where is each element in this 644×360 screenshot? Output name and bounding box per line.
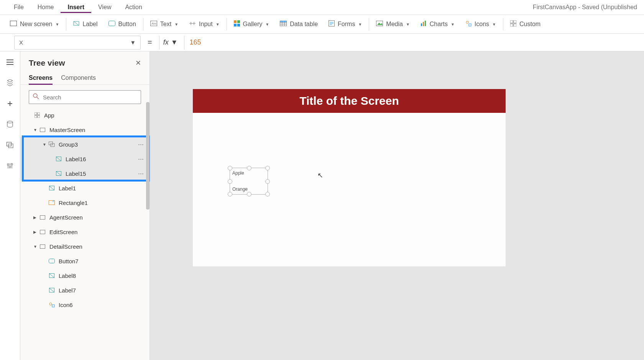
button-button[interactable]: Button [103,15,141,33]
media-button-label: Media [386,21,403,28]
formula-input[interactable] [184,38,644,46]
chevron-down-icon[interactable]: ▼ [33,128,39,132]
tree-item-group3[interactable]: ▼ Group3 ⋯ [20,137,150,152]
advanced-tools-icon[interactable] [4,160,16,172]
label-button[interactable]: Label [68,15,103,33]
selection-box[interactable]: Apple Orange [230,168,268,195]
more-icon[interactable]: ⋯ [138,141,144,148]
svg-rect-33 [38,116,40,118]
tree-item-agentscreen[interactable]: ▶ AgentScreen [20,210,150,225]
charts-button[interactable]: Charts ▼ [415,15,460,33]
insert-pane-icon[interactable] [4,97,16,110]
icons-icon [465,20,472,28]
cursor-icon: ↖ [317,171,323,180]
tree-label: Label1 [59,185,76,192]
svg-rect-40 [49,201,55,205]
app-title: FirstCanvasApp - Saved (Unpublished [533,4,637,11]
tree-item-button7[interactable]: Button7 [20,254,150,268]
resize-handle[interactable] [247,192,251,197]
forms-button[interactable]: Forms ▼ [323,15,367,33]
search-input[interactable] [43,94,137,101]
chevron-down-icon[interactable]: ▼ [33,244,39,249]
search-box[interactable] [29,90,141,104]
icons-button-label: Icons [475,21,489,28]
text-icon: Abc [150,21,157,28]
tree-item-rectangle1[interactable]: Rectangle1 [20,195,150,210]
screen-title-bar[interactable]: Title of the Screen [193,89,506,113]
tree-label: MasterScreen [49,127,85,133]
resize-handle[interactable] [265,192,270,197]
tab-components[interactable]: Components [61,72,96,84]
chevron-down-icon: ▼ [171,38,178,46]
more-icon[interactable]: ⋯ [138,170,144,177]
menu-view[interactable]: View [91,2,118,13]
canvas-screen[interactable]: Title of the Screen Apple Orange [193,89,506,266]
forms-button-label: Forms [338,21,355,28]
svg-rect-19 [510,20,513,23]
resize-handle[interactable] [265,179,270,184]
more-icon[interactable]: ⋯ [138,155,144,162]
resize-handle[interactable] [228,179,232,184]
resize-handle[interactable] [228,192,232,197]
fx-label: fx [163,38,169,46]
resize-handle[interactable] [265,166,270,170]
custom-button[interactable]: Custom [505,15,546,33]
chevron-right-icon[interactable]: ▶ [33,215,39,220]
media-pane-icon[interactable] [4,139,16,151]
label-button-label: Label [82,21,97,28]
tree-list[interactable]: App ▼ MasterScreen ▼ Group3 ⋯ Label16 ⋯ [20,108,150,360]
menu-action[interactable]: Action [118,2,149,13]
resize-handle[interactable] [247,166,251,170]
tree-view-icon[interactable] [0,77,14,89]
tree-view-panel: Tree view ✕ Screens Components App ▼ Mas… [20,51,150,360]
table-icon [280,21,287,28]
tree-item-icon6[interactable]: Icon6 [20,297,150,312]
tree-item-detailscreen[interactable]: ▼ DetailScreen [20,239,150,254]
hamburger-icon[interactable] [4,56,16,68]
icons-button[interactable]: Icons ▼ [460,15,501,33]
canvas-area[interactable]: Title of the Screen Apple Orange ↖ [150,51,644,360]
button-icon [108,21,115,28]
tree-item-label8[interactable]: Label8 [20,268,150,283]
screen-icon [39,230,46,234]
tree-item-label1[interactable]: Label1 [20,181,150,195]
property-dropdown[interactable]: X ▼ [14,36,141,50]
media-button[interactable]: Media ▼ [371,15,415,33]
group-text-orange: Orange [232,187,248,192]
fx-button[interactable]: fx ▼ [159,36,184,50]
menu-file[interactable]: File [7,2,31,13]
svg-point-29 [33,94,37,97]
chevron-down-icon: ▼ [406,22,410,26]
input-button[interactable]: Input ▼ [184,15,225,33]
tree-item-app[interactable]: App [20,108,150,122]
tab-screens[interactable]: Screens [29,72,53,85]
menu-insert[interactable]: Insert [61,2,91,13]
tree-label: App [44,112,54,119]
tree-item-label16[interactable]: Label16 ⋯ [20,152,150,166]
svg-marker-13 [377,23,383,25]
svg-point-28 [11,163,13,165]
label-icon [48,186,56,190]
chevron-right-icon[interactable]: ▶ [33,230,39,234]
data-icon[interactable] [4,118,16,130]
text-button[interactable]: Abc Text ▼ [145,15,184,33]
data-table-button[interactable]: Data table [274,15,323,33]
tree-item-label7[interactable]: Label7 [20,283,150,297]
chevron-down-icon[interactable]: ▼ [43,142,48,147]
chevron-down-icon: ▼ [55,22,59,26]
tree-item-editscreen[interactable]: ▶ EditScreen [20,225,150,239]
svg-rect-42 [40,230,45,234]
gallery-icon [234,20,240,28]
svg-point-23 [7,121,13,123]
tree-item-masterscreen[interactable]: ▼ MasterScreen [20,122,150,137]
scrollbar-thumb[interactable] [146,102,150,210]
new-screen-button[interactable]: New screen ▼ [5,15,64,33]
svg-rect-7 [234,24,237,26]
chevron-down-icon: ▼ [451,22,455,26]
tree-label: DetailScreen [49,243,82,250]
tree-item-label15[interactable]: Label15 ⋯ [20,166,150,181]
menu-home[interactable]: Home [31,2,61,13]
resize-handle[interactable] [228,166,232,170]
gallery-button[interactable]: Gallery ▼ [228,15,275,33]
close-icon[interactable]: ✕ [135,59,141,67]
